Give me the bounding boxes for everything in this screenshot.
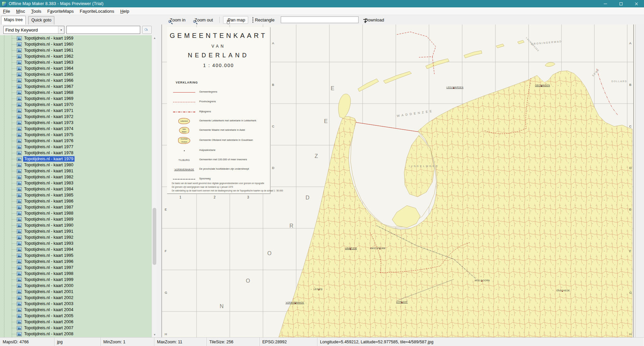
tree-item[interactable]: Topotijdreis.nl - kaart 1960 [0,41,152,47]
tree-item[interactable]: Topotijdreis.nl - kaart 2005 [0,313,152,319]
sidebar-splitter[interactable] [157,24,162,337]
tree-item[interactable]: Topotijdreis.nl - kaart 1961 [0,47,152,53]
tree-item[interactable]: Topotijdreis.nl - kaart 1991 [0,228,152,234]
tree-item-label: Topotijdreis.nl - kaart 1987 [23,205,74,210]
legend-entry-label: Gemeenten met 100.000 of meer inwoners [199,158,247,161]
tree-connector [12,183,17,183]
tree-item[interactable]: Topotijdreis.nl - kaart 1976 [0,138,152,144]
scroll-up-icon[interactable]: ▲ [152,35,157,41]
title-bar: Offline Map Maker 8.383 - Maps Previewer… [0,0,644,7]
tree-item[interactable]: Topotijdreis.nl - kaart 1971 [0,108,152,114]
tree-item[interactable]: Topotijdreis.nl - kaart 1969 [0,96,152,102]
tree-item[interactable]: Topotijdreis.nl - kaart 1983 [0,180,152,186]
tree-item[interactable]: Topotijdreis.nl - kaart 1970 [0,102,152,108]
tree-item[interactable]: Topotijdreis.nl - kaart 1981 [0,168,152,174]
tree-item[interactable]: Topotijdreis.nl - kaart 1990 [0,222,152,228]
menu-tools[interactable]: Tools [28,8,44,15]
map-thumbnail-icon [17,36,22,40]
tree-item[interactable]: Topotijdreis.nl - kaart 1989 [0,216,152,222]
tree-item[interactable]: Topotijdreis.nl - kaart 2002 [0,295,152,301]
tree-item-label: Topotijdreis.nl - kaart 1967 [23,84,74,89]
tree-item[interactable]: Topotijdreis.nl - kaart 1985 [0,192,152,198]
tree-item[interactable]: Topotijdreis.nl - kaart 1993 [0,240,152,246]
map-thumbnail-icon [17,259,22,264]
tab-quick-goto[interactable]: Quick goto [28,16,54,24]
tree-item[interactable]: Topotijdreis.nl - kaart 1980 [0,162,152,168]
tree-item[interactable]: Topotijdreis.nl - kaart 1978 [0,150,152,156]
legend-entry: Hulpsekretarie [167,147,270,155]
tree-item-selected[interactable]: Topotijdreis.nl - kaart 1979 [0,156,152,162]
tree-item[interactable]: Topotijdreis.nl - kaart 1973 [0,120,152,126]
tree-item[interactable]: Topotijdreis.nl - kaart 1997 [0,265,152,271]
tree-item[interactable]: Topotijdreis.nl - kaart 1986 [0,198,152,204]
tree-item[interactable]: Topotijdreis.nl - kaart 1995 [0,252,152,258]
tree-item[interactable]: Topotijdreis.nl - kaart 1968 [0,90,152,96]
legend-entry: Gemeentegrens [167,88,270,97]
tree-connector [12,243,17,244]
map-scroll-gutter[interactable] [635,24,644,337]
legend-symbol: Lekkerkerk [171,117,197,125]
tree-item[interactable]: Topotijdreis.nl - kaart 1966 [0,77,152,83]
tree-item[interactable]: Topotijdreis.nl - kaart 2004 [0,307,152,313]
chevron-down-icon[interactable]: ▼ [58,26,64,34]
menu-file[interactable]: File [0,8,13,15]
tree-connector [12,316,17,316]
tree-item[interactable]: Topotijdreis.nl - kaart 1999 [0,277,152,283]
tab-maps-tree[interactable]: Maps tree [1,16,26,24]
maximize-button[interactable] [613,0,629,7]
keyword-input[interactable] [66,26,140,34]
map-viewport[interactable]: AABBCCDDEEFFGGHH123 NOORDZEEGRONINGERWAD… [162,24,644,337]
tree-scrollbar-thumb[interactable] [153,208,156,265]
tree-item[interactable]: Topotijdreis.nl - kaart 1974 [0,126,152,132]
menu-misc[interactable]: Misc [13,8,28,15]
tree-item-label: Topotijdreis.nl - kaart 2003 [23,301,74,306]
tree-item[interactable]: Topotijdreis.nl - kaart 1984 [0,186,152,192]
pan-map-button[interactable]: Pan map [223,16,248,24]
tree-item[interactable]: Topotijdreis.nl - kaart 1988 [0,210,152,216]
tree-item[interactable]: Topotijdreis.nl - kaart 1963 [0,59,152,65]
tree-item[interactable]: Topotijdreis.nl - kaart 1987 [0,204,152,210]
sea-letter: N [220,303,224,309]
tree-item[interactable]: Topotijdreis.nl - kaart 2003 [0,301,152,307]
menu-favoritelocations[interactable]: FavoriteLocations [77,8,117,15]
download-button[interactable]: Download [360,16,387,24]
tree-item[interactable]: Topotijdreis.nl - kaart 1967 [0,83,152,90]
zoom-in-button[interactable]: +Zoom in [165,16,189,24]
tree-item[interactable]: Topotijdreis.nl - kaart 1996 [0,258,152,265]
minimize-button[interactable] [598,0,613,7]
map-thumbnail-icon [17,283,22,288]
tree-item[interactable]: Topotijdreis.nl - kaart 1992 [0,234,152,240]
find-by-combobox[interactable]: Find by Keyword ▼ [3,26,64,34]
tree-item[interactable]: Topotijdreis.nl - kaart 2006 [0,319,152,325]
tree-item-label: Topotijdreis.nl - kaart 1991 [23,229,74,234]
tree-item[interactable]: Topotijdreis.nl - kaart 1982 [0,174,152,180]
tree-item[interactable]: Topotijdreis.nl - kaart 1977 [0,144,152,150]
map-label: HAARLEM [345,247,357,249]
tree-item[interactable]: Topotijdreis.nl - kaart 1994 [0,246,152,252]
rectangle-button[interactable]: Rectangle [250,16,278,24]
tree-item[interactable]: Topotijdreis.nl - kaart 2007 [0,325,152,331]
tree-item[interactable]: Topotijdreis.nl - kaart 1959 [0,35,152,41]
tree-item[interactable]: Topotijdreis.nl - kaart 2001 [0,289,152,295]
menu-help[interactable]: Help [117,8,132,15]
map-thumbnail-icon [17,90,22,95]
tree-item[interactable]: Topotijdreis.nl - kaart 2000 [0,283,152,289]
tree-item[interactable]: Topotijdreis.nl - kaart 1998 [0,271,152,277]
tree-item[interactable]: Topotijdreis.nl - kaart 1965 [0,71,152,77]
map-thumbnail-icon [17,289,22,294]
tree-item[interactable]: Topotijdreis.nl - kaart 1964 [0,65,152,71]
map-label: UTRECHT [396,301,408,303]
scroll-down-icon[interactable]: ▼ [152,332,157,337]
menu-favoritemaps[interactable]: FavoriteMaps [44,8,77,15]
tree-item[interactable]: Topotijdreis.nl - kaart 1962 [0,53,152,59]
close-button[interactable] [629,0,644,7]
tree-item[interactable]: Topotijdreis.nl - kaart 1975 [0,132,152,138]
toolbar-input[interactable] [281,16,359,23]
zoom-out-button[interactable]: −Zoom out [190,16,216,24]
tree-item[interactable]: Topotijdreis.nl - kaart 1972 [0,114,152,120]
tree-item[interactable]: Topotijdreis.nl - kaart 2008 [0,331,152,337]
search-button[interactable] [142,26,152,34]
status-segment: jpg [54,338,101,346]
map-thumbnail-icon [17,295,22,300]
tree-scrollbar[interactable]: ▲ ▼ [152,35,157,337]
